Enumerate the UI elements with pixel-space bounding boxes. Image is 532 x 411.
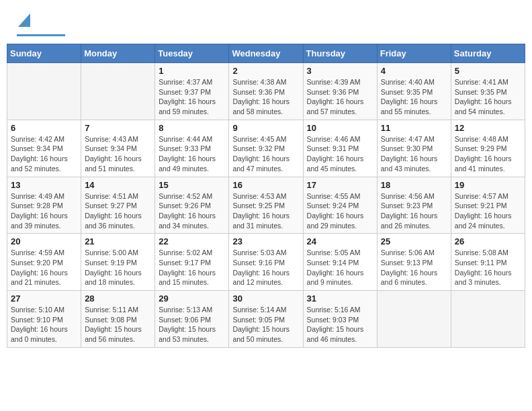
day-number: 17 (307, 180, 373, 190)
day-number: 3 (307, 66, 373, 76)
day-number: 2 (232, 66, 299, 76)
day-number: 20 (11, 236, 77, 246)
day-info: Sunrise: 5:02 AM Sunset: 9:17 PM Dayligh… (159, 248, 225, 287)
day-info: Sunrise: 5:03 AM Sunset: 9:16 PM Dayligh… (232, 248, 299, 287)
day-number: 7 (85, 123, 151, 133)
calendar-cell: 29Sunrise: 5:13 AM Sunset: 9:06 PM Dayli… (155, 291, 229, 348)
day-info: Sunrise: 4:59 AM Sunset: 9:20 PM Dayligh… (11, 248, 77, 287)
day-info: Sunrise: 5:16 AM Sunset: 9:03 PM Dayligh… (307, 305, 373, 345)
day-number: 30 (232, 293, 299, 304)
day-info: Sunrise: 4:47 AM Sunset: 9:30 PM Dayligh… (381, 134, 447, 174)
calendar-cell: 27Sunrise: 5:10 AM Sunset: 9:10 PM Dayli… (7, 291, 81, 348)
day-info: Sunrise: 5:14 AM Sunset: 9:05 PM Dayligh… (232, 305, 299, 345)
calendar-week-row: 6Sunrise: 4:42 AM Sunset: 9:34 PM Daylig… (7, 120, 525, 177)
day-number: 26 (455, 236, 521, 246)
svg-marker-0 (18, 13, 30, 27)
day-number: 29 (159, 293, 225, 304)
weekday-header-monday: Monday (81, 44, 155, 63)
day-info: Sunrise: 5:13 AM Sunset: 9:06 PM Dayligh… (159, 305, 225, 345)
day-info: Sunrise: 4:39 AM Sunset: 9:36 PM Dayligh… (307, 77, 373, 117)
calendar-cell: 4Sunrise: 4:40 AM Sunset: 9:35 PM Daylig… (377, 63, 451, 120)
calendar-cell: 31Sunrise: 5:16 AM Sunset: 9:03 PM Dayli… (303, 291, 377, 348)
calendar-cell: 14Sunrise: 4:51 AM Sunset: 9:27 PM Dayli… (81, 177, 155, 234)
day-info: Sunrise: 4:57 AM Sunset: 9:21 PM Dayligh… (455, 191, 521, 231)
calendar-week-row: 20Sunrise: 4:59 AM Sunset: 9:20 PM Dayli… (7, 234, 525, 291)
calendar-week-row: 1Sunrise: 4:37 AM Sunset: 9:37 PM Daylig… (7, 63, 525, 120)
day-number: 14 (85, 180, 151, 190)
day-number: 16 (232, 180, 299, 190)
logo-triangle-icon (18, 13, 30, 27)
calendar-cell: 2Sunrise: 4:38 AM Sunset: 9:36 PM Daylig… (229, 63, 303, 120)
calendar-cell: 25Sunrise: 5:06 AM Sunset: 9:13 PM Dayli… (377, 234, 451, 291)
day-number: 4 (381, 66, 447, 76)
calendar-cell: 24Sunrise: 5:05 AM Sunset: 9:14 PM Dayli… (303, 234, 377, 291)
weekday-header-saturday: Saturday (451, 44, 525, 63)
calendar-cell: 19Sunrise: 4:57 AM Sunset: 9:21 PM Dayli… (451, 177, 525, 234)
calendar-cell: 26Sunrise: 5:08 AM Sunset: 9:11 PM Dayli… (451, 234, 525, 291)
day-info: Sunrise: 4:49 AM Sunset: 9:28 PM Dayligh… (11, 191, 77, 231)
calendar-cell: 30Sunrise: 5:14 AM Sunset: 9:05 PM Dayli… (229, 291, 303, 348)
day-info: Sunrise: 5:10 AM Sunset: 9:10 PM Dayligh… (11, 305, 77, 345)
day-info: Sunrise: 4:38 AM Sunset: 9:36 PM Dayligh… (232, 77, 299, 117)
calendar-week-row: 13Sunrise: 4:49 AM Sunset: 9:28 PM Dayli… (7, 177, 525, 234)
calendar-cell (377, 291, 451, 348)
calendar-cell: 23Sunrise: 5:03 AM Sunset: 9:16 PM Dayli… (229, 234, 303, 291)
calendar-cell: 3Sunrise: 4:39 AM Sunset: 9:36 PM Daylig… (303, 63, 377, 120)
day-info: Sunrise: 4:41 AM Sunset: 9:35 PM Dayligh… (455, 77, 521, 117)
day-number: 28 (85, 293, 151, 304)
day-info: Sunrise: 4:55 AM Sunset: 9:24 PM Dayligh… (307, 191, 373, 231)
day-info: Sunrise: 4:56 AM Sunset: 9:23 PM Dayligh… (381, 191, 447, 231)
day-number: 9 (232, 123, 299, 133)
day-info: Sunrise: 4:46 AM Sunset: 9:31 PM Dayligh… (307, 134, 373, 174)
weekday-header-wednesday: Wednesday (229, 44, 303, 63)
calendar-cell: 22Sunrise: 5:02 AM Sunset: 9:17 PM Dayli… (155, 234, 229, 291)
day-info: Sunrise: 4:40 AM Sunset: 9:35 PM Dayligh… (381, 77, 447, 117)
day-info: Sunrise: 4:44 AM Sunset: 9:33 PM Dayligh… (159, 134, 225, 174)
day-info: Sunrise: 4:45 AM Sunset: 9:32 PM Dayligh… (232, 134, 299, 174)
calendar-cell: 12Sunrise: 4:48 AM Sunset: 9:29 PM Dayli… (451, 120, 525, 177)
calendar-cell: 7Sunrise: 4:43 AM Sunset: 9:34 PM Daylig… (81, 120, 155, 177)
calendar-cell: 15Sunrise: 4:52 AM Sunset: 9:26 PM Dayli… (155, 177, 229, 234)
day-info: Sunrise: 5:00 AM Sunset: 9:19 PM Dayligh… (85, 248, 151, 287)
calendar-cell: 1Sunrise: 4:37 AM Sunset: 9:37 PM Daylig… (155, 63, 229, 120)
day-number: 6 (11, 123, 77, 133)
day-info: Sunrise: 4:48 AM Sunset: 9:29 PM Dayligh… (455, 134, 521, 174)
calendar-cell: 6Sunrise: 4:42 AM Sunset: 9:34 PM Daylig… (7, 120, 81, 177)
calendar-week-row: 27Sunrise: 5:10 AM Sunset: 9:10 PM Dayli… (7, 291, 525, 348)
calendar-cell (7, 63, 81, 120)
calendar-cell: 17Sunrise: 4:55 AM Sunset: 9:24 PM Dayli… (303, 177, 377, 234)
calendar-cell: 16Sunrise: 4:53 AM Sunset: 9:25 PM Dayli… (229, 177, 303, 234)
day-number: 21 (85, 236, 151, 246)
weekday-header-tuesday: Tuesday (155, 44, 229, 63)
weekday-header-sunday: Sunday (7, 44, 81, 63)
calendar-cell: 10Sunrise: 4:46 AM Sunset: 9:31 PM Dayli… (303, 120, 377, 177)
day-info: Sunrise: 4:53 AM Sunset: 9:25 PM Dayligh… (232, 191, 299, 231)
day-number: 27 (11, 293, 77, 304)
calendar-cell: 5Sunrise: 4:41 AM Sunset: 9:35 PM Daylig… (451, 63, 525, 120)
calendar-cell: 20Sunrise: 4:59 AM Sunset: 9:20 PM Dayli… (7, 234, 81, 291)
day-number: 15 (159, 180, 225, 190)
day-info: Sunrise: 5:05 AM Sunset: 9:14 PM Dayligh… (307, 248, 373, 287)
day-info: Sunrise: 4:51 AM Sunset: 9:27 PM Dayligh… (85, 191, 151, 231)
day-number: 23 (232, 236, 299, 246)
weekday-header-friday: Friday (377, 44, 451, 63)
calendar-cell (81, 63, 155, 120)
day-number: 25 (381, 236, 447, 246)
day-number: 12 (455, 123, 521, 133)
day-info: Sunrise: 4:43 AM Sunset: 9:34 PM Dayligh… (85, 134, 151, 174)
day-number: 13 (11, 180, 77, 190)
day-info: Sunrise: 5:06 AM Sunset: 9:13 PM Dayligh… (381, 248, 447, 287)
day-number: 8 (159, 123, 225, 133)
calendar-cell: 21Sunrise: 5:00 AM Sunset: 9:19 PM Dayli… (81, 234, 155, 291)
day-info: Sunrise: 5:11 AM Sunset: 9:08 PM Dayligh… (85, 305, 151, 345)
day-number: 1 (159, 66, 225, 76)
calendar-cell: 8Sunrise: 4:44 AM Sunset: 9:33 PM Daylig… (155, 120, 229, 177)
page-header (7, 7, 525, 40)
day-number: 10 (307, 123, 373, 133)
logo-underline (17, 34, 65, 36)
calendar-cell: 11Sunrise: 4:47 AM Sunset: 9:30 PM Dayli… (377, 120, 451, 177)
day-info: Sunrise: 5:08 AM Sunset: 9:11 PM Dayligh… (455, 248, 521, 287)
weekday-header-thursday: Thursday (303, 44, 377, 63)
day-number: 18 (381, 180, 447, 190)
day-info: Sunrise: 4:42 AM Sunset: 9:34 PM Dayligh… (11, 134, 77, 174)
